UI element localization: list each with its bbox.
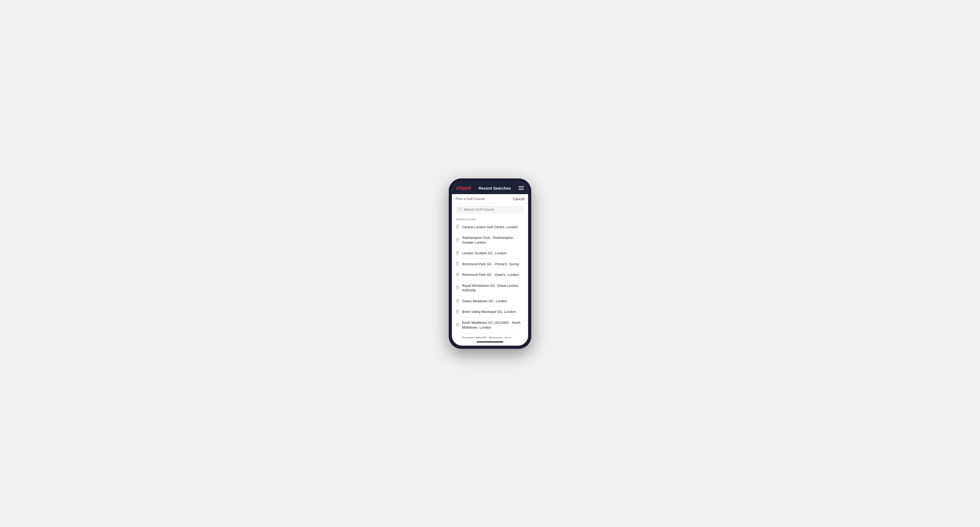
search-input[interactable] — [464, 208, 522, 211]
pin-icon — [456, 238, 459, 242]
find-bar: Find a Golf Course Cancel — [452, 194, 528, 203]
course-name: Brent Valley Municipal GC, London — [462, 310, 515, 314]
menu-icon[interactable] — [519, 186, 524, 190]
course-name: Richmond Park GC - Prince's, Surrey — [462, 262, 519, 267]
list-item[interactable]: Coombe Hill GC, Kingston upon Thames — [452, 333, 528, 338]
app-logo: clippd — [456, 185, 471, 191]
list-item[interactable]: Dukes Meadows GC, London — [452, 296, 528, 307]
search-input-container — [456, 206, 524, 213]
list-item[interactable]: Royal Wimbledon GC, Great London Authori… — [452, 280, 528, 296]
phone-frame: clippd Recent Searches Find a Golf Cours… — [449, 178, 531, 349]
course-name: Richmond Park GC - Duke's, London — [462, 272, 519, 277]
search-icon — [458, 208, 462, 211]
course-name: Royal Wimbledon GC, Great London Authori… — [462, 283, 524, 293]
nearby-courses-section: Nearby courses Central London Golf Centr… — [452, 216, 528, 338]
list-item[interactable]: North Middlesex GC (1011942 - North Midd… — [452, 317, 528, 333]
course-name: London Scottish GC, London — [462, 251, 506, 256]
pin-icon — [456, 225, 459, 229]
phone-screen: clippd Recent Searches Find a Golf Cours… — [452, 182, 528, 346]
nearby-section-label: Nearby courses — [452, 216, 528, 222]
list-item[interactable]: Brent Valley Municipal GC, London — [452, 306, 528, 317]
pin-icon — [456, 251, 459, 256]
list-item[interactable]: Central London Golf Centre, London — [452, 222, 528, 233]
pin-icon — [456, 286, 459, 290]
cancel-button[interactable]: Cancel — [513, 197, 524, 201]
app-header: clippd Recent Searches — [452, 182, 528, 194]
pin-icon — [456, 323, 459, 327]
list-item[interactable]: Richmond Park GC - Prince's, Surrey — [452, 259, 528, 270]
pin-icon — [456, 299, 459, 303]
list-item[interactable]: Roehampton Club - Roehampton, Greater Lo… — [452, 232, 528, 248]
svg-line-1 — [461, 210, 461, 211]
course-name: Dukes Meadows GC, London — [462, 299, 508, 303]
pin-icon — [456, 310, 459, 314]
header-title: Recent Searches — [479, 186, 511, 190]
pin-icon — [456, 262, 459, 266]
course-name: Coombe Hill GC, Kingston upon Thames — [462, 336, 524, 338]
course-name: Central London Golf Centre, London — [462, 225, 518, 230]
home-bar — [477, 341, 503, 343]
list-item[interactable]: London Scottish GC, London — [452, 248, 528, 259]
find-label: Find a Golf Course — [456, 197, 485, 201]
courses-list: Central London Golf Centre, London Roeha… — [452, 222, 528, 338]
pin-icon — [456, 273, 459, 277]
course-name: Roehampton Club - Roehampton, Greater Lo… — [462, 235, 524, 245]
list-item[interactable]: Richmond Park GC - Duke's, London — [452, 270, 528, 280]
course-name: North Middlesex GC (1011942 - North Midd… — [462, 321, 524, 330]
home-indicator — [452, 338, 528, 346]
